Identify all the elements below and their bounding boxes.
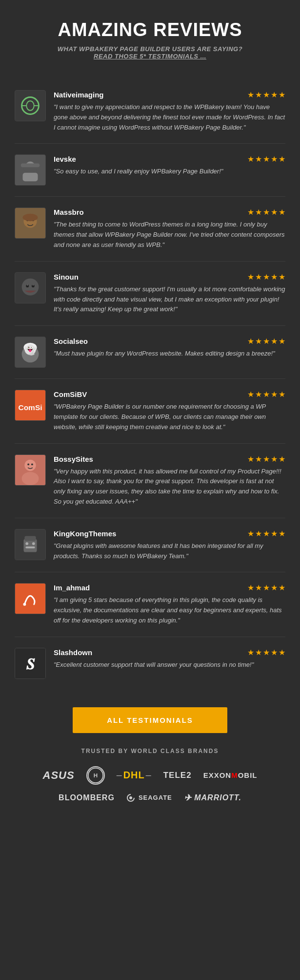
- reviewer-name: ComSiBV: [54, 390, 87, 398]
- reviewer-name: KingKongThemes: [54, 529, 116, 538]
- star-icon: ★: [279, 272, 285, 282]
- testimonial-item: BossySites★★★★★"Very happy with this pro…: [15, 444, 285, 518]
- star-rating: ★★★★★: [247, 272, 285, 282]
- star-icon: ★: [255, 583, 262, 592]
- review-text: "Great plugins with awesome features and…: [54, 541, 285, 562]
- review-text: "The best thing to come to WordPress the…: [54, 220, 285, 250]
- star-icon: ★: [255, 454, 262, 464]
- star-rating: ★★★★★: [247, 583, 285, 592]
- star-rating: ★★★★★: [247, 337, 285, 346]
- svg-point-32: [31, 463, 33, 465]
- star-icon: ★: [263, 207, 270, 217]
- brands-row-1: ASUS H —DHL— TELE2 ExxonMobil: [15, 766, 285, 785]
- svg-point-45: [129, 796, 132, 799]
- svg-point-29: [24, 459, 36, 471]
- testimonial-item: KingKongThemes★★★★★"Great plugins with a…: [15, 518, 285, 573]
- review-text: "WPBakery Page Builder is our number one…: [54, 402, 285, 432]
- avatar: [15, 272, 46, 303]
- testimonial-item: Sinoun★★★★★"Thanks for the great custome…: [15, 262, 285, 326]
- svg-rect-34: [23, 539, 37, 552]
- brand-dhl: —DHL—: [117, 770, 152, 781]
- star-icon: ★: [247, 207, 254, 217]
- cta-section: ALL TESTIMONIALS: [15, 707, 285, 733]
- all-testimonials-button[interactable]: ALL TESTIMONIALS: [73, 707, 227, 733]
- star-icon: ★: [247, 390, 254, 399]
- svg-rect-37: [25, 547, 35, 548]
- reviewer-row: Socialseo★★★★★: [54, 337, 285, 346]
- star-icon: ★: [279, 207, 285, 217]
- svg-text:👻: 👻: [24, 344, 37, 356]
- testimonial-content: Slashdown★★★★★"Excellent customer suppor…: [54, 648, 285, 670]
- star-icon: ★: [271, 207, 278, 217]
- avatar: ComSi: [15, 390, 46, 421]
- avatar: [15, 154, 46, 186]
- star-icon: ★: [279, 154, 285, 164]
- star-icon: ★: [271, 648, 278, 657]
- star-icon: ★: [263, 648, 270, 657]
- trusted-section: TRUSTED BY WORLD CLASS BRANDS ASUS H —DH…: [15, 748, 285, 803]
- reviewer-row: Nativeimaging★★★★★: [54, 90, 285, 99]
- reviewer-name: Im_ahmad: [54, 584, 90, 592]
- testimonial-content: BossySites★★★★★"Very happy with this pro…: [54, 454, 285, 507]
- testimonial-list: Nativeimaging★★★★★"I want to give my app…: [15, 79, 285, 690]
- testimonial-item: 👻Socialseo★★★★★"Must have plugin for any…: [15, 326, 285, 379]
- brand-tele2: TELE2: [163, 771, 192, 780]
- svg-point-40: [23, 603, 26, 606]
- svg-point-19: [27, 284, 28, 285]
- avatar: 👻: [15, 337, 46, 368]
- brand-asus: ASUS: [43, 769, 75, 782]
- avatar: [15, 454, 46, 486]
- star-icon: ★: [247, 272, 254, 282]
- star-rating: ★★★★★: [247, 390, 285, 399]
- star-icon: ★: [279, 390, 285, 399]
- avatar: [15, 207, 46, 239]
- svg-rect-38: [24, 536, 36, 541]
- star-icon: ★: [263, 90, 270, 99]
- page-title: AMAZING REVIEWS: [15, 19, 285, 40]
- star-icon: ★: [247, 529, 254, 538]
- star-icon: ★: [279, 648, 285, 657]
- review-text: "I am giving 5 stars because of everythi…: [54, 595, 285, 625]
- header-subtitle: WHAT WPBAKERY PAGE BUILDER USERS ARE SAY…: [15, 45, 285, 60]
- reviewer-name: Massbro: [54, 208, 84, 216]
- brands-row-2: Bloomberg SEAGATE ✈ marriott.: [15, 792, 285, 803]
- svg-point-30: [22, 471, 39, 485]
- header-section: AMAZING REVIEWS WHAT WPBAKERY PAGE BUILD…: [15, 19, 285, 60]
- star-icon: ★: [247, 454, 254, 464]
- star-icon: ★: [263, 337, 270, 346]
- avatar: 𝑺: [15, 648, 46, 679]
- reviewer-name: Ievske: [54, 155, 76, 163]
- svg-text:H: H: [93, 772, 97, 778]
- star-icon: ★: [279, 90, 285, 99]
- avatar: [15, 90, 46, 121]
- star-icon: ★: [247, 648, 254, 657]
- star-icon: ★: [255, 648, 262, 657]
- star-icon: ★: [255, 272, 262, 282]
- review-text: "So easy to use, and I really enjoy WPBa…: [54, 167, 285, 177]
- reviewer-name: Sinoun: [54, 273, 79, 281]
- review-text: "Must have plugin for any WordPress webs…: [54, 349, 285, 359]
- star-icon: ★: [247, 154, 254, 164]
- star-icon: ★: [247, 90, 254, 99]
- svg-rect-39: [15, 584, 45, 614]
- testimonial-content: Ievske★★★★★"So easy to use, and I really…: [54, 154, 285, 177]
- star-icon: ★: [247, 337, 254, 346]
- svg-rect-9: [21, 164, 40, 168]
- star-icon: ★: [263, 154, 270, 164]
- testimonial-item: Nativeimaging★★★★★"I want to give my app…: [15, 79, 285, 144]
- star-rating: ★★★★★: [247, 207, 285, 217]
- star-icon: ★: [271, 272, 278, 282]
- star-icon: ★: [255, 337, 262, 346]
- star-rating: ★★★★★: [247, 154, 285, 164]
- reviewer-row: Ievske★★★★★: [54, 154, 285, 164]
- star-icon: ★: [255, 390, 262, 399]
- star-icon: ★: [255, 90, 262, 99]
- reviewer-row: BossySites★★★★★: [54, 454, 285, 464]
- reviewer-row: ComSiBV★★★★★: [54, 390, 285, 399]
- star-icon: ★: [263, 529, 270, 538]
- reviewer-name: Nativeimaging: [54, 91, 104, 99]
- star-icon: ★: [271, 529, 278, 538]
- testimonial-content: Im_ahmad★★★★★"I am giving 5 stars becaus…: [54, 583, 285, 625]
- brand-seagate: SEAGATE: [126, 793, 172, 802]
- testimonial-item: 𝑺Slashdown★★★★★"Excellent customer suppo…: [15, 637, 285, 690]
